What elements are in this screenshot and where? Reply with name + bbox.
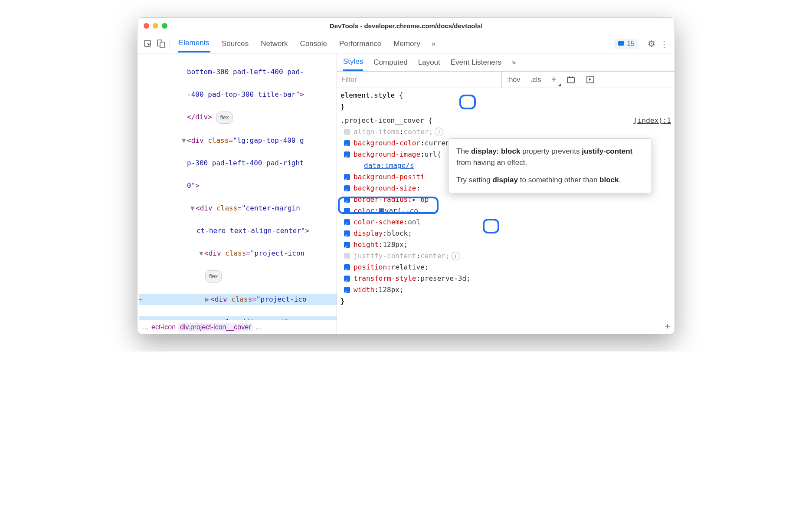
- tab-memory[interactable]: Memory: [393, 36, 421, 52]
- cls-toggle[interactable]: .cls: [525, 72, 546, 88]
- info-icon[interactable]: i: [435, 128, 443, 136]
- separator: [643, 38, 643, 49]
- main-content: bottom-300 pad-left-400 pad- -400 pad-to…: [138, 53, 674, 334]
- flex-badge[interactable]: flex: [205, 270, 222, 283]
- checkbox[interactable]: [344, 197, 350, 203]
- checkbox[interactable]: [344, 230, 350, 237]
- more-icon[interactable]: ⋮: [660, 39, 668, 49]
- tab-styles[interactable]: Styles: [343, 54, 363, 71]
- tab-event-listeners[interactable]: Event Listeners: [451, 58, 501, 67]
- checkbox[interactable]: [344, 219, 350, 225]
- device-icon[interactable]: [157, 39, 165, 48]
- styles-content[interactable]: element.style { } .project-icon__cover {…: [337, 88, 674, 334]
- maximize-button[interactable]: [162, 23, 167, 29]
- styles-panel: Styles Computed Layout Event Listeners »…: [337, 53, 674, 334]
- svg-rect-4: [567, 77, 574, 83]
- separator: [170, 38, 170, 49]
- titlebar: DevTools - developer.chrome.com/docs/dev…: [138, 18, 674, 34]
- checkbox[interactable]: [344, 242, 350, 248]
- minimize-button[interactable]: [153, 23, 158, 29]
- computed-sidebar-icon[interactable]: [562, 72, 581, 88]
- flex-badge[interactable]: flex: [216, 112, 232, 124]
- hint-tooltip: The display: block property prevents jus…: [448, 138, 652, 193]
- main-tabs: Elements Sources Network Console Perform…: [178, 35, 609, 53]
- breadcrumb[interactable]: … ect-icon div.project-icon__cover …: [138, 320, 337, 334]
- message-count[interactable]: 15: [614, 39, 638, 49]
- checkbox[interactable]: [344, 287, 350, 293]
- devtools-window: DevTools - developer.chrome.com/docs/dev…: [137, 17, 675, 334]
- dom-tree[interactable]: bottom-300 pad-left-400 pad- -400 pad-to…: [138, 53, 337, 320]
- checkbox[interactable]: [344, 185, 350, 191]
- svg-rect-2: [160, 42, 164, 48]
- checkbox[interactable]: [344, 129, 350, 135]
- checkbox[interactable]: [344, 264, 350, 270]
- checkbox[interactable]: [344, 253, 350, 259]
- checkbox[interactable]: [344, 208, 350, 214]
- rendering-icon[interactable]: [581, 72, 600, 88]
- source-link[interactable]: (index):1: [633, 115, 671, 126]
- traffic-lights: [144, 23, 167, 29]
- more-tabs-icon[interactable]: »: [432, 39, 435, 48]
- settings-icon[interactable]: ⚙: [648, 39, 655, 49]
- new-style-button[interactable]: +◢: [546, 72, 562, 88]
- elements-tree-panel: bottom-300 pad-left-400 pad- -400 pad-to…: [138, 53, 337, 334]
- tab-sources[interactable]: Sources: [221, 36, 249, 52]
- tab-network[interactable]: Network: [260, 36, 288, 52]
- tab-performance[interactable]: Performance: [338, 36, 382, 52]
- tab-elements[interactable]: Elements: [178, 35, 210, 53]
- tab-console[interactable]: Console: [299, 36, 328, 52]
- inspect-icon[interactable]: [144, 39, 152, 48]
- main-toolbar: Elements Sources Network Console Perform…: [138, 34, 674, 53]
- tab-layout[interactable]: Layout: [418, 58, 440, 67]
- more-tabs-icon[interactable]: »: [512, 58, 516, 67]
- tab-computed[interactable]: Computed: [373, 58, 407, 67]
- filter-input[interactable]: Filter: [337, 72, 502, 88]
- checkbox[interactable]: [344, 151, 350, 158]
- filter-bar: Filter :hov .cls +◢: [337, 72, 674, 88]
- checkbox[interactable]: [344, 174, 350, 180]
- svg-rect-3: [618, 41, 624, 46]
- styles-tabs: Styles Computed Layout Event Listeners »: [337, 53, 674, 72]
- checkbox[interactable]: [344, 276, 350, 282]
- hov-toggle[interactable]: :hov: [502, 72, 525, 88]
- window-title: DevTools - developer.chrome.com/docs/dev…: [138, 22, 674, 30]
- info-icon[interactable]: i: [452, 252, 460, 260]
- add-rule-button[interactable]: +: [665, 321, 670, 332]
- selected-row: ▶<div class="project-ico: [139, 294, 337, 305]
- checkbox[interactable]: [344, 140, 350, 146]
- close-button[interactable]: [144, 23, 149, 29]
